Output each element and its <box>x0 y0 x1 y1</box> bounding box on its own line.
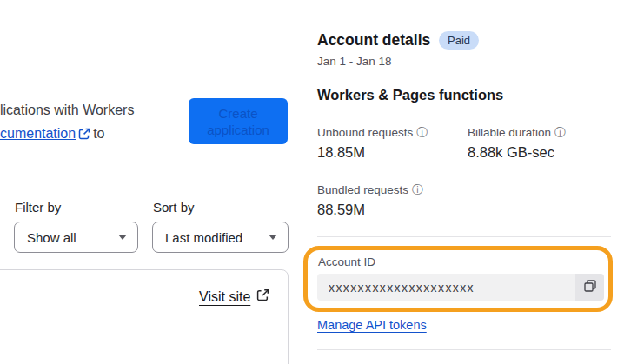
info-icon[interactable]: ⓘ <box>412 183 423 196</box>
account-details-title: Account details <box>317 31 430 50</box>
chevron-down-icon <box>269 235 277 240</box>
intro-line-2: cumentationto <box>0 122 134 147</box>
metric-label-billable-duration: Billable durationⓘ <box>468 125 566 141</box>
metric-value-unbound-requests: 18.85M <box>317 144 365 161</box>
project-card <box>0 269 289 364</box>
sort-dropdown[interactable]: Last modified <box>152 222 289 253</box>
account-id-row <box>317 274 604 301</box>
metric-label-text: Bundled requests <box>317 183 408 196</box>
account-id-input[interactable] <box>317 274 575 301</box>
metric-label-text: Unbound requests <box>317 126 413 139</box>
intro-line-1: lications with Workers <box>0 98 134 122</box>
workers-pages-functions-title: Workers & Pages functions <box>317 87 503 103</box>
filter-dropdown-value: Show all <box>27 230 76 245</box>
app-root: lications with Workers cumentationto Cre… <box>0 0 624 364</box>
intro-after-link: to <box>93 126 104 141</box>
visit-site-link[interactable]: Visit site <box>199 288 272 305</box>
create-application-button[interactable]: Create application <box>189 98 288 144</box>
metric-value-bundled-requests: 88.59M <box>317 202 365 218</box>
filter-by-label: Filter by <box>15 200 61 215</box>
info-icon[interactable]: ⓘ <box>554 126 566 139</box>
metric-value-billable-duration: 8.88k GB-sec <box>468 144 554 161</box>
date-range: Jan 1 - Jan 18 <box>317 55 392 68</box>
sort-by-label: Sort by <box>153 200 195 215</box>
metric-label-unbound-requests: Unbound requestsⓘ <box>317 125 428 141</box>
divider <box>317 236 611 237</box>
info-icon[interactable]: ⓘ <box>416 126 428 139</box>
metric-label-text: Billable duration <box>468 126 551 139</box>
documentation-link[interactable]: cumentation <box>0 126 76 141</box>
copy-icon <box>583 279 597 295</box>
metric-label-bundled-requests: Bundled requestsⓘ <box>317 182 423 198</box>
intro-text: lications with Workers cumentationto <box>0 98 134 147</box>
manage-api-tokens-link[interactable]: Manage API tokens <box>317 318 427 332</box>
external-link-icon <box>256 288 269 305</box>
external-link-icon <box>78 123 90 147</box>
filter-dropdown[interactable]: Show all <box>14 222 138 253</box>
account-id-label: Account ID <box>318 255 375 268</box>
visit-site-label: Visit site <box>199 289 250 305</box>
sort-dropdown-value: Last modified <box>165 230 242 245</box>
paid-badge: Paid <box>439 31 479 50</box>
chevron-down-icon <box>118 235 127 240</box>
divider <box>317 349 611 350</box>
copy-button[interactable] <box>575 274 604 301</box>
